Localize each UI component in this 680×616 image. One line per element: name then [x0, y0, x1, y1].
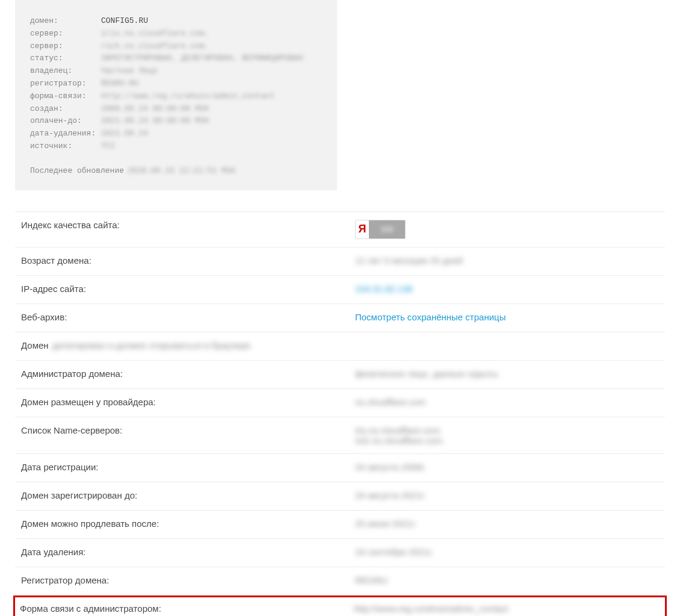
archive-value[interactable]: Посмотреть сохранённые страницы [355, 312, 505, 322]
registrar-label: Регистратор домена: [21, 575, 355, 585]
row-nameservers: Список Name-серверов: iris.ns.cloudflare… [15, 417, 665, 454]
admin-label: Администратор домена: [21, 369, 355, 379]
reg-date-label: Дата регистрации: [21, 462, 355, 472]
quality-value: Я 100 [355, 220, 406, 239]
contact-form-value: http://www.reg.ru/whois/admin_contact [354, 603, 508, 614]
ip-value[interactable]: 104.31.82.136 [355, 284, 413, 294]
ns-label: Список Name-серверов: [21, 425, 355, 435]
yandex-quality-value: 100 [369, 220, 405, 238]
whois-rows: домен:CONFIG5.RUсервер:iris.ns.cloudflar… [30, 15, 322, 153]
whois-row-value: REGRU-RU [101, 78, 138, 90]
whois-row-value: iris.ns.cloudflare.com. [101, 28, 209, 40]
whois-row-label: владелец: [30, 65, 101, 78]
yandex-quality-badge: Я 100 [355, 220, 406, 239]
ns-value: iris.ns.cloudflare.com. rick.ns.cloudfla… [355, 425, 445, 446]
reg-until-label: Домен зарегистрирован до: [21, 490, 355, 500]
archive-link[interactable]: Посмотреть сохранённые страницы [355, 312, 505, 322]
row-admin: Администратор домена: физическое лицо, д… [15, 361, 665, 389]
ns-value-1: iris.ns.cloudflare.com. [355, 425, 445, 435]
row-reg-date: Дата регистрации: 24 августа 2008г. [15, 454, 665, 482]
whois-row-label: оплачен-до: [30, 115, 101, 128]
domain-status-label: Домен [21, 340, 49, 350]
whois-row-label: сервер: [30, 28, 101, 40]
whois-row: форма-связи:http://www.reg.ru/whois/admi… [30, 90, 322, 103]
admin-value: физическое лицо, данные скрыты [355, 369, 498, 379]
whois-row-label: домен: [30, 15, 101, 28]
whois-row: сервер:rick.ns.cloudflare.com. [30, 40, 322, 53]
ip-label: IP-адрес сайта: [21, 284, 355, 294]
whois-row: оплачен-до:2021.08.24 00:00:00 MSK [30, 115, 322, 128]
whois-raw-box: домен:CONFIG5.RUсервер:iris.ns.cloudflar… [15, 0, 337, 190]
page-root: домен:CONFIG5.RUсервер:iris.ns.cloudflar… [0, 0, 680, 616]
whois-row-label: сервер: [30, 40, 101, 53]
whois-row: сервер:iris.ns.cloudflare.com. [30, 28, 322, 40]
whois-row-label: статус: [30, 52, 101, 65]
row-renew-after: Домен можно продлевать после: 25 июня 20… [15, 511, 665, 539]
domain-status-value: делегирован и должен открываться в брауз… [52, 340, 253, 350]
age-label: Возраст домена: [21, 255, 355, 266]
whois-row: источник:TCI [30, 140, 322, 153]
provider-label: Домен размещен у провайдера: [21, 397, 355, 407]
row-contact-form: Форма связи с администратором: http://ww… [13, 596, 667, 616]
ns-value-2: rick.ns.cloudflare.com. [355, 435, 445, 446]
whois-row-value: rick.ns.cloudflare.com. [101, 40, 209, 53]
whois-row-value: 2008.08.24 00:00:00 MSK [101, 103, 209, 116]
row-delete-date: Дата удаления: 24 сентября 2021г. [15, 539, 665, 567]
whois-footer-label: Последнее обновление [30, 166, 124, 175]
whois-row-value: 2021.08.24 00:00:00 MSK [101, 115, 209, 128]
whois-row: регистратор:REGRU-RU [30, 78, 322, 90]
age-value: 12 лет 0 месяцев 25 дней [355, 255, 463, 266]
registrar-value: REGRU [355, 575, 388, 585]
contact-form-label: Форма связи с администратором: [20, 603, 354, 614]
whois-row-label: дата-удаления: [30, 128, 101, 140]
whois-row: владелец:Частное Лицо [30, 65, 322, 78]
row-ip: IP-адрес сайта: 104.31.82.136 [15, 276, 665, 304]
whois-row-value: CONFIG5.RU [101, 15, 148, 28]
whois-row: создан:2008.08.24 00:00:00 MSK [30, 103, 322, 116]
whois-row-label: регистратор: [30, 78, 101, 90]
reg-until-value: 24 августа 2021г. [355, 490, 426, 500]
whois-row-value: Частное Лицо [101, 65, 158, 78]
whois-footer: Последнее обновление 2020.09.15 12:21:51… [30, 166, 322, 175]
row-archive: Веб-архив: Посмотреть сохранённые страни… [15, 304, 665, 332]
whois-row: статус:ЗАРЕГИСТРИРОВАН, ДЕЛЕГИРОВАН, ВЕР… [30, 52, 322, 65]
row-provider: Домен размещен у провайдера: ns.cloudfla… [15, 389, 665, 417]
whois-footer-value: 2020.09.15 12:21:51 MSK [128, 166, 235, 175]
provider-value: ns.cloudflare.com [355, 397, 426, 407]
quality-label: Индекс качества сайта: [21, 220, 355, 230]
row-registrar: Регистратор домена: REGRU [15, 567, 665, 596]
yandex-logo-icon: Я [356, 220, 369, 238]
whois-row-value: ЗАРЕГИСТРИРОВАН, ДЕЛЕГИРОВАН, ВЕРИФИЦИРО… [101, 52, 303, 65]
renew-after-value: 25 июня 2021г. [355, 518, 416, 529]
whois-row-label: создан: [30, 103, 101, 116]
archive-label: Веб-архив: [21, 312, 355, 322]
ip-link[interactable]: 104.31.82.136 [355, 284, 413, 294]
whois-row-label: форма-связи: [30, 90, 101, 103]
delete-date-value: 24 сентября 2021г. [355, 547, 433, 557]
renew-after-label: Домен можно продлевать после: [21, 518, 355, 529]
whois-row-value: http://www.reg.ru/whois/admin_contact [101, 90, 275, 103]
row-domain-status: Домен делегирован и должен открываться в… [15, 332, 665, 361]
row-quality: Индекс качества сайта: Я 100 [15, 212, 665, 247]
whois-row-value: 2021.09.24 [101, 128, 148, 140]
reg-date-value: 24 августа 2008г. [355, 462, 426, 472]
row-age: Возраст домена: 12 лет 0 месяцев 25 дней [15, 247, 665, 276]
whois-row-value: TCI [101, 140, 115, 153]
delete-date-label: Дата удаления: [21, 547, 355, 557]
whois-row: домен:CONFIG5.RU [30, 15, 322, 28]
info-table: Индекс качества сайта: Я 100 Возраст дом… [15, 211, 665, 616]
row-reg-until: Домен зарегистрирован до: 24 августа 202… [15, 482, 665, 511]
whois-row: дата-удаления:2021.09.24 [30, 128, 322, 140]
whois-row-label: источник: [30, 140, 101, 153]
